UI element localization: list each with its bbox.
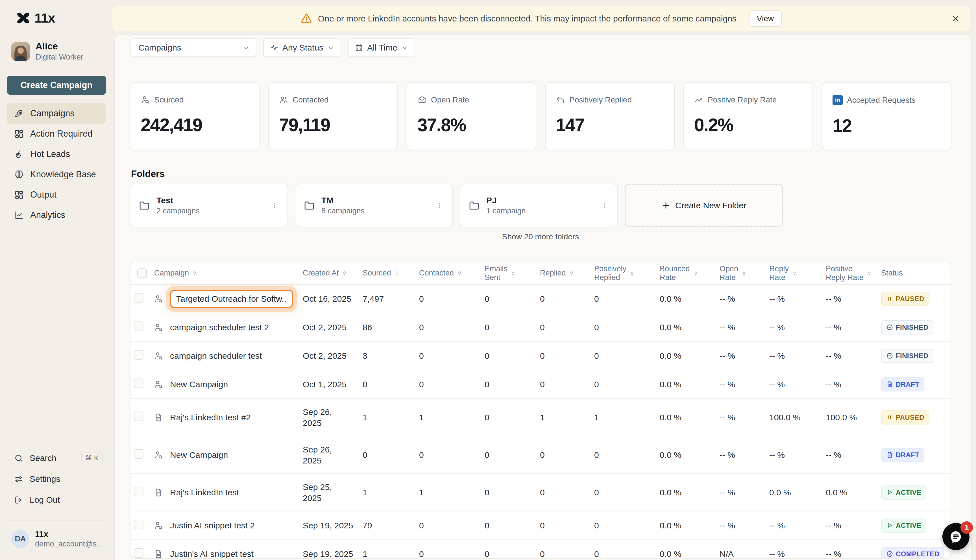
campaign-name[interactable]: campaign scheduler test 2: [170, 323, 269, 332]
table-row[interactable]: Justin's AI snippet test Sep 19, 2025 1 …: [130, 540, 951, 558]
sidebar-nav-item[interactable]: Analytics: [7, 205, 106, 225]
column-header-label: Created At: [303, 269, 339, 277]
select-all-checkbox[interactable]: [137, 268, 147, 278]
brain-icon: [14, 170, 24, 180]
sort-icon[interactable]: [866, 270, 873, 276]
show-more-folders-link[interactable]: Show 20 more folders: [502, 232, 579, 241]
row-checkbox[interactable]: [134, 449, 143, 459]
folder-menu-button[interactable]: [598, 199, 611, 212]
status-label: COMPLETED: [896, 550, 939, 558]
campaign-type-filter[interactable]: Campaigns: [130, 38, 257, 57]
user-search-icon: [141, 95, 150, 105]
sort-icon[interactable]: [394, 270, 400, 276]
sort-icon[interactable]: [792, 270, 797, 276]
sidebar-footer-item[interactable]: Log Out: [7, 490, 106, 510]
campaign-name[interactable]: New Campaign: [170, 380, 228, 389]
folder-card[interactable]: Test 2 campaigns: [130, 184, 288, 227]
campaign-name[interactable]: Raj's LinkedIn test #2: [170, 413, 251, 422]
sidebar-nav-item[interactable]: Knowledge Base: [7, 164, 106, 185]
status-badge: DRAFT: [881, 448, 924, 462]
pause-icon: [886, 295, 893, 302]
campaign-name-input[interactable]: [170, 290, 293, 308]
campaign-name[interactable]: campaign scheduler test: [170, 351, 262, 360]
table-row[interactable]: Raj's LinkedIn test #2 Sep 26, 2025 1 1 …: [130, 399, 951, 437]
folder-menu-button[interactable]: [268, 199, 281, 212]
sidebar-footer-item[interactable]: Search ⌘ K: [7, 448, 106, 468]
main-panel: Campaigns Any Status All Time: [114, 34, 971, 560]
table-row[interactable]: campaign scheduler test 2 Oct 2, 2025 86…: [130, 313, 951, 342]
created-at-cell: Sep 25, 2025: [299, 482, 359, 503]
open-rate-cell: -- %: [716, 488, 766, 497]
column-header: Created At: [299, 269, 359, 277]
warning-triangle-icon: [300, 13, 312, 25]
positively-replied-cell: 0: [591, 521, 656, 530]
table-row[interactable]: Raj's LinkedIn test Sep 25, 2025 1 1 0 0…: [130, 474, 951, 512]
sort-icon[interactable]: [457, 270, 462, 276]
sourced-cell: 86: [359, 323, 416, 332]
contacted-cell: 0: [416, 521, 481, 530]
sourced-cell: 0: [359, 380, 416, 389]
row-checkbox[interactable]: [134, 412, 143, 421]
table-row[interactable]: New Campaign Sep 26, 2025 0 0 0 0 0 0.0 …: [130, 437, 951, 474]
campaign-name-cell: Raj's LinkedIn test #2: [167, 413, 299, 422]
row-checkbox[interactable]: [134, 520, 143, 529]
create-new-folder-button[interactable]: Create New Folder: [625, 184, 783, 227]
table-row[interactable]: Justin AI snippet test 2 Sep 19, 2025 79…: [130, 512, 951, 540]
created-at-cell: Oct 2, 2025: [299, 350, 359, 361]
row-checkbox[interactable]: [134, 293, 143, 303]
folder-card[interactable]: PJ 1 campaign: [460, 184, 618, 227]
row-checkbox[interactable]: [134, 322, 143, 331]
status-filter[interactable]: Any Status: [263, 38, 341, 57]
row-checkbox[interactable]: [134, 350, 143, 360]
sort-icon[interactable]: [192, 270, 198, 276]
create-campaign-button[interactable]: Create Campaign: [7, 76, 106, 95]
folder-menu-button[interactable]: [433, 199, 445, 212]
sidebar-nav-item[interactable]: Output: [7, 185, 106, 205]
digital-worker-profile[interactable]: Alice Digital Worker: [11, 41, 83, 62]
row-checkbox[interactable]: [134, 548, 143, 558]
sort-icon[interactable]: [569, 270, 575, 276]
reply-rate-cell: -- %: [766, 294, 823, 304]
play-icon: [886, 522, 893, 529]
sort-icon[interactable]: [629, 270, 635, 276]
folder-card[interactable]: TM 8 campaigns: [295, 184, 453, 227]
bounced-rate-cell: 0.0 %: [656, 294, 716, 304]
folder-cards: Test 2 campaigns TM 8 campaigns: [130, 184, 783, 227]
folder-icon: [468, 200, 480, 212]
sidebar-footer-item[interactable]: Settings: [7, 468, 106, 490]
campaign-name[interactable]: Raj's LinkedIn test: [170, 488, 239, 497]
table-row[interactable]: New Campaign Oct 1, 2025 0 0 0 0 0 0.0 %…: [130, 370, 951, 399]
banner-view-button[interactable]: View: [749, 10, 782, 27]
created-at-cell: Oct 2, 2025: [299, 322, 359, 333]
campaign-name[interactable]: Justin AI snippet test 2: [170, 521, 255, 530]
sidebar-nav-item[interactable]: Campaigns: [7, 103, 106, 123]
row-checkbox[interactable]: [134, 378, 143, 388]
sort-icon[interactable]: [693, 270, 699, 276]
stat-card: Open Rate 37.8%: [407, 82, 536, 150]
sort-icon[interactable]: [342, 270, 348, 276]
column-header: Reply Rate: [766, 265, 823, 282]
status-badge: ACTIVE: [881, 518, 926, 533]
emails-sent-cell: 0: [481, 294, 537, 304]
table-row[interactable]: Oct 16, 2025 7,497 0 0 0 0 0.0 % -- % --…: [130, 285, 951, 313]
keyboard-shortcut-badge: ⌘ K: [81, 452, 103, 464]
create-folder-label: Create New Folder: [675, 201, 746, 210]
campaign-name-cell: Raj's LinkedIn test: [167, 488, 299, 497]
campaigns-table: Campaign Created At Sourced Contacted: [130, 262, 951, 558]
search-icon: [14, 453, 23, 463]
sort-icon[interactable]: [510, 270, 516, 276]
sort-icon[interactable]: [741, 270, 747, 276]
banner-close-button[interactable]: [949, 12, 962, 25]
row-checkbox[interactable]: [134, 487, 143, 496]
chat-widget-button[interactable]: 1: [943, 523, 969, 550]
sourced-cell: 3: [359, 351, 416, 361]
positive-reply-rate-cell: -- %: [823, 294, 878, 304]
campaign-name[interactable]: New Campaign: [170, 450, 228, 460]
account-row[interactable]: DA 11x demo_account@s...: [11, 530, 105, 548]
time-range-filter[interactable]: All Time: [348, 38, 415, 57]
campaign-name[interactable]: Justin's AI snippet test: [170, 549, 254, 558]
table-row[interactable]: campaign scheduler test Oct 2, 2025 3 0 …: [130, 342, 951, 370]
sidebar-nav-item[interactable]: Hot Leads: [7, 144, 106, 164]
folder-name: TM: [321, 196, 365, 205]
sidebar-nav-item[interactable]: Action Required: [7, 123, 106, 144]
